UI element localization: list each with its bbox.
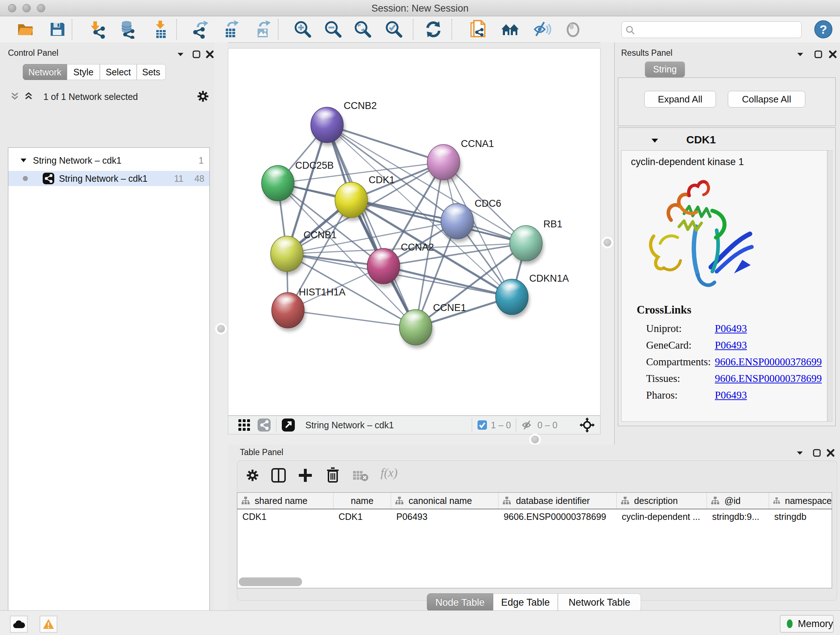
delete-column-icon[interactable] [325,467,341,483]
birdseye-icon[interactable] [257,418,271,432]
column-header[interactable]: shared name [237,493,333,509]
vertical-splitter-left[interactable] [214,42,228,610]
tab-select[interactable]: Select [100,64,137,80]
network-graph[interactable]: CCNB2CCNA1CDC25BCDK1CDC6RB1CCNB1CCNA2CDK… [228,49,600,415]
open-in-window-icon[interactable] [281,418,295,432]
panel-menu-icon[interactable] [175,49,186,60]
edge-count: 48 [194,173,204,184]
horizontal-splitter[interactable] [228,434,600,445]
export-network-icon[interactable] [190,20,209,39]
share-document-icon[interactable] [469,20,488,39]
tab-string[interactable]: String [645,62,685,77]
network-node-cdkn1a[interactable] [496,279,530,318]
gene-section-header[interactable]: CDK1 [621,130,832,150]
column-header[interactable]: description [617,493,707,509]
zoom-fit-icon[interactable] [353,20,372,39]
collapse-all-icon[interactable] [9,91,20,102]
vertical-splitter-right[interactable] [600,42,614,445]
columns-icon[interactable] [271,467,286,483]
network-node-rb1[interactable] [510,226,544,264]
crosslink-value[interactable]: 9606.ENSP00000378699 [715,372,822,384]
tab-edge-table[interactable]: Edge Table [493,593,558,611]
table-row[interactable]: CDK1 CDK1 P06493 9606.ENSP00000378699 cy… [237,509,832,525]
close-panel-icon[interactable] [827,49,838,60]
add-column-icon[interactable] [297,467,313,483]
tab-network-table[interactable]: Network Table [558,593,641,611]
collapse-arrow-icon[interactable] [19,156,28,165]
float-panel-icon[interactable] [813,49,824,60]
memory-button[interactable]: Memory [780,615,834,632]
string-home-icon[interactable] [501,20,519,39]
network-node-ccne1[interactable] [399,310,433,348]
column-header[interactable]: database identifier [499,493,617,509]
float-panel-icon[interactable] [191,49,202,60]
expand-all-icon[interactable] [23,91,34,102]
column-header[interactable]: canonical name [391,493,499,509]
zoom-out-icon[interactable] [324,20,342,39]
close-panel-icon[interactable] [204,49,215,60]
column-header[interactable]: namespace [769,493,832,509]
import-database-icon[interactable] [118,20,137,39]
results-scrollbar[interactable] [828,150,832,422]
save-session-icon[interactable] [48,20,66,39]
splitter-handle[interactable] [531,435,539,443]
splitter-handle[interactable] [217,325,225,333]
network-node-ccna1[interactable] [427,144,461,183]
cloud-status-button[interactable] [10,616,27,632]
network-node-hist1h1a[interactable] [272,293,306,331]
node-table[interactable]: shared name name canonical name database… [237,492,832,588]
refresh-icon[interactable] [424,20,443,39]
gear-icon[interactable] [245,468,260,483]
selected-checkbox[interactable] [477,420,487,430]
hidden-count: 0 – 0 [537,420,557,431]
collapse-all-button[interactable]: Collapse All [728,91,805,108]
network-node-ccnb2[interactable] [311,107,345,146]
warnings-button[interactable] [40,616,57,632]
splitter-handle[interactable] [603,239,611,247]
hidden-eye-icon[interactable] [521,419,534,431]
network-node-cdk1[interactable] [335,182,369,221]
crosslink-value[interactable]: P06493 [715,389,747,401]
crosslink-value[interactable]: P06493 [715,339,747,351]
float-panel-icon[interactable] [812,448,822,458]
panel-menu-icon[interactable] [795,49,806,60]
cell-namespace[interactable]: stringdb [769,509,832,525]
gear-icon[interactable] [196,89,210,103]
table-horizontal-scrollbar[interactable] [239,578,302,586]
open-session-icon[interactable] [16,20,35,39]
grid-view-icon[interactable] [238,418,251,432]
tab-node-table[interactable]: Node Table [427,593,493,611]
import-table-icon[interactable] [151,20,170,39]
pan-icon[interactable] [579,417,595,433]
zoom-selected-icon[interactable] [384,20,403,39]
tab-network[interactable]: Network [23,64,67,80]
zoom-in-icon[interactable] [293,20,312,39]
export-table-icon[interactable] [221,20,240,39]
cell-canonical-name[interactable]: P06493 [391,509,499,525]
collapse-arrow-icon[interactable] [650,136,660,145]
search-input[interactable] [638,23,798,36]
tab-style[interactable]: Style [67,64,100,80]
cell-database-identifier[interactable]: 9606.ENSP00000378699 [499,509,617,525]
cell-description[interactable]: cyclin-dependent ... [617,509,707,525]
cell-shared-name[interactable]: CDK1 [237,509,333,525]
import-network-icon[interactable] [88,20,107,39]
panel-menu-icon[interactable] [794,448,805,458]
help-icon[interactable]: ? [814,20,833,39]
crosslink-value[interactable]: 9606.ENSP00000378699 [715,356,822,367]
column-header[interactable]: name [333,493,392,509]
network-canvas[interactable]: CCNB2CCNA1CDC25BCDK1CDC6RB1CCNB1CCNA2CDK… [228,48,600,416]
expand-all-button[interactable]: Expand All [644,91,716,108]
export-image-icon[interactable] [253,20,272,39]
tab-sets[interactable]: Sets [137,64,166,80]
cell-id[interactable]: stringdb:9... [707,509,769,525]
crosslink-value[interactable]: P06493 [715,323,747,334]
hide-panel-eye-slash-icon[interactable] [532,20,551,39]
column-header[interactable]: @id [707,493,769,509]
network-node-cdc25b[interactable] [262,165,295,204]
network-row-selected[interactable]: String Network – cdk1 11 48 [8,171,210,186]
network-collection-row[interactable]: String Network – cdk1 1 [8,153,210,168]
search-field[interactable] [622,21,802,38]
close-panel-icon[interactable] [825,448,836,458]
cell-name[interactable]: CDK1 [333,509,392,525]
